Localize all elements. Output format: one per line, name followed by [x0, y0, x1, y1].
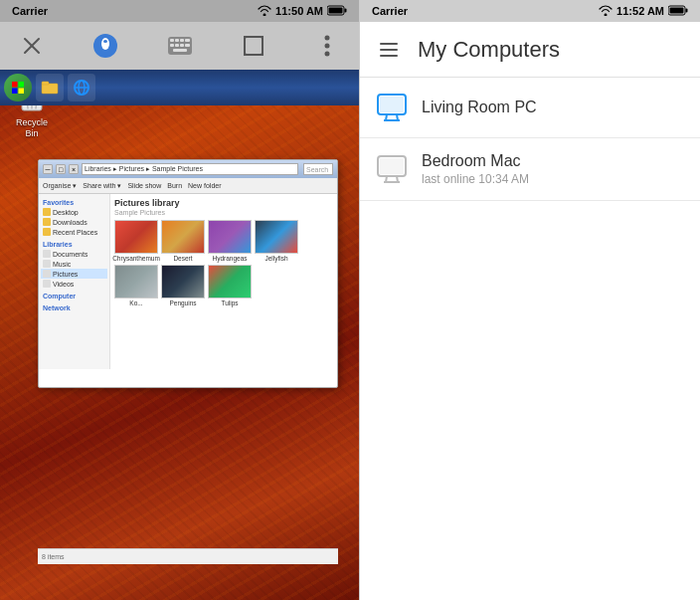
- start-button[interactable]: [4, 74, 32, 101]
- window-maximize[interactable]: □: [56, 164, 66, 174]
- status-icons-right: 11:52 AM: [599, 5, 688, 18]
- monitor-active-icon: [376, 92, 408, 123]
- time-left: 11:50 AM: [275, 5, 323, 17]
- svg-rect-31: [42, 82, 49, 85]
- computer-name-living-room: Living Room PC: [422, 99, 537, 116]
- svg-rect-13: [185, 39, 190, 42]
- thumbnail-desert[interactable]: Desert: [161, 220, 205, 262]
- hamburger-menu-button[interactable]: [376, 39, 402, 61]
- svg-rect-11: [175, 39, 179, 42]
- explorer-status-text: 8 items: [42, 553, 65, 560]
- address-bar[interactable]: Libraries ▸ Pictures ▸ Sample Pictures: [82, 163, 298, 175]
- taskbar-explorer[interactable]: [36, 74, 64, 101]
- svg-rect-28: [12, 89, 18, 95]
- explorer-status-bar: 8 items: [38, 548, 338, 564]
- computer-name-bedroom: Bedroom Mac: [422, 152, 529, 170]
- svg-rect-16: [180, 44, 184, 47]
- explorer-main-content: Pictures library Sample Pictures Chrysan…: [110, 194, 337, 369]
- computers-list: Living Room PC Bedroom Mac last online 1…: [360, 78, 700, 600]
- battery-icon-right: [668, 5, 688, 18]
- burn-btn[interactable]: Burn: [167, 182, 182, 189]
- wifi-icon: [258, 5, 271, 18]
- sidebar-downloads[interactable]: Downloads: [41, 217, 107, 227]
- sidebar-desktop[interactable]: Desktop: [41, 207, 107, 217]
- page-title: My Computers: [418, 37, 560, 63]
- computer-status-bedroom: last online 10:34 AM: [422, 172, 529, 186]
- sidebar-recent[interactable]: Recent Places: [41, 227, 107, 237]
- svg-rect-1: [345, 8, 347, 12]
- computer-info-bedroom: Bedroom Mac last online 10:34 AM: [422, 152, 529, 186]
- sidebar-documents[interactable]: Documents: [41, 249, 107, 259]
- svg-rect-12: [180, 39, 184, 42]
- mouse-icon[interactable]: [89, 30, 121, 62]
- network-label: Network: [41, 303, 107, 312]
- svg-point-21: [325, 44, 330, 49]
- thumbnail-hydrangeas[interactable]: Hydrangeas: [208, 220, 252, 262]
- computer-label: Computer: [41, 292, 107, 300]
- thumbnail-penguins[interactable]: Penguins: [161, 265, 205, 306]
- svg-rect-14: [170, 44, 174, 47]
- computer-item-living-room[interactable]: Living Room PC: [360, 78, 700, 138]
- svg-rect-26: [12, 82, 18, 88]
- sidebar-videos[interactable]: Videos: [41, 279, 107, 289]
- status-icons-left: 11:50 AM: [258, 5, 347, 18]
- computer-item-bedroom[interactable]: Bedroom Mac last online 10:34 AM: [360, 138, 700, 201]
- monitor-inactive-icon: [376, 153, 408, 185]
- sidebar-music[interactable]: Music: [41, 259, 107, 269]
- close-button[interactable]: [16, 30, 48, 62]
- explorer-title-bar: ─ □ × Libraries ▸ Pictures ▸ Sample Pict…: [39, 160, 337, 178]
- window-close[interactable]: ×: [69, 164, 79, 174]
- svg-rect-10: [170, 39, 174, 42]
- computer-info-living-room: Living Room PC: [422, 99, 537, 116]
- svg-rect-39: [380, 97, 404, 112]
- organize-btn[interactable]: Organise ▾: [43, 182, 77, 190]
- thumbnail-chrysanthemum[interactable]: Chrysanthemum: [114, 220, 158, 262]
- keyboard-icon[interactable]: [164, 30, 196, 62]
- time-right: 11:52 AM: [616, 5, 664, 17]
- explorer-window[interactable]: ─ □ × Libraries ▸ Pictures ▸ Sample Pict…: [38, 159, 338, 388]
- hamburger-line: [380, 49, 398, 51]
- battery-icon: [327, 5, 347, 18]
- library-title: Pictures library: [114, 198, 333, 208]
- new-folder-btn[interactable]: New folder: [188, 182, 221, 189]
- svg-rect-42: [380, 158, 404, 174]
- recycle-bin-label: Recycle Bin: [10, 117, 54, 139]
- explorer-sidebar: Favorites Desktop Downloads Recent Place…: [39, 194, 110, 369]
- taskbar-ie[interactable]: [68, 74, 95, 101]
- thumbnail-grid: Chrysanthemum Desert Hydrangeas Jel: [114, 220, 333, 306]
- favorites-label: Favorites: [41, 198, 107, 207]
- carrier-left: Carrier: [12, 5, 48, 17]
- slideshow-btn[interactable]: Slide show: [127, 182, 161, 189]
- left-panel: Carrier 11:50 AM: [0, 0, 360, 600]
- app-header: My Computers: [360, 22, 700, 78]
- hamburger-line: [380, 43, 398, 45]
- toolbar-left: [0, 22, 359, 70]
- sidebar-pictures[interactable]: Pictures: [41, 269, 107, 279]
- wifi-icon-right: [599, 5, 612, 18]
- thumbnail-koala[interactable]: Ko...: [114, 265, 158, 306]
- svg-rect-27: [19, 82, 25, 88]
- svg-rect-30: [42, 84, 58, 94]
- fullscreen-icon[interactable]: [238, 30, 269, 62]
- desktop-background: Recycle Bin ─ □ × Libraries ▸ Pictures ▸…: [0, 70, 359, 600]
- svg-rect-17: [185, 44, 190, 47]
- share-btn[interactable]: Share with ▾: [83, 182, 121, 190]
- svg-rect-36: [686, 8, 688, 12]
- svg-rect-18: [173, 49, 187, 52]
- window-minimize[interactable]: ─: [43, 164, 53, 174]
- explorer-body: Favorites Desktop Downloads Recent Place…: [39, 194, 337, 369]
- status-bar-right: Carrier 11:52 AM: [360, 0, 700, 22]
- more-options-icon[interactable]: [311, 30, 343, 62]
- library-subtitle: Sample Pictures: [114, 209, 333, 216]
- carrier-right: Carrier: [372, 5, 408, 17]
- thumbnail-tulips[interactable]: Tulips: [208, 265, 252, 306]
- search-box[interactable]: Search: [303, 163, 333, 175]
- libraries-label: Libraries: [41, 240, 107, 249]
- svg-point-22: [325, 52, 330, 57]
- status-bar-left: Carrier 11:50 AM: [0, 0, 359, 22]
- right-panel: Carrier 11:52 AM: [360, 0, 700, 600]
- svg-rect-37: [670, 7, 684, 13]
- address-text: Libraries ▸ Pictures ▸ Sample Pictures: [85, 165, 203, 173]
- hamburger-line: [380, 55, 398, 57]
- thumbnail-jellyfish[interactable]: Jellyfish: [255, 220, 298, 262]
